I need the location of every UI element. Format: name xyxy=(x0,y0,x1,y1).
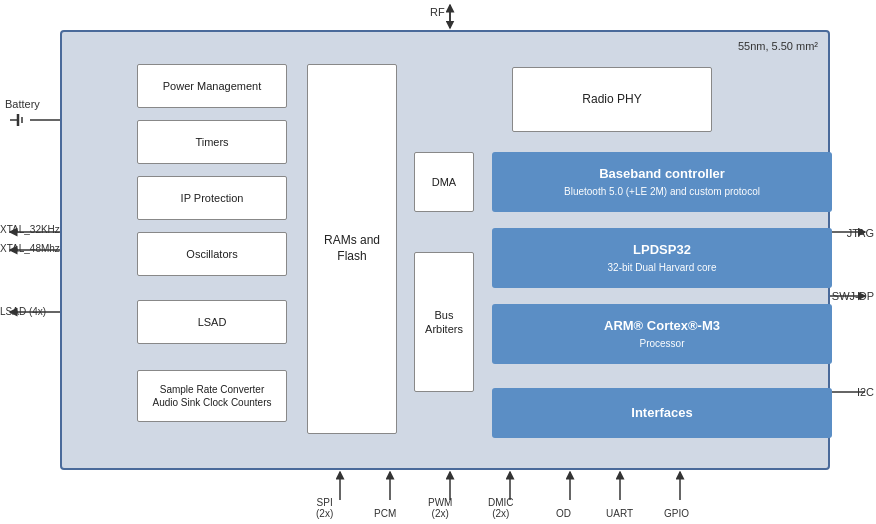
spi-label: SPI (2x) xyxy=(316,497,333,519)
radio-phy-box: Radio PHY xyxy=(512,67,712,132)
uart-label: UART xyxy=(606,508,633,519)
rams-flash-box: RAMs and Flash xyxy=(307,64,397,434)
lsad-label: LSAD (4x) xyxy=(0,306,46,317)
oscillators-box: Oscillators xyxy=(137,232,287,276)
lsad-box: LSAD xyxy=(137,300,287,344)
dma-box: DMA xyxy=(414,152,474,212)
baseband-box: Baseband controller Bluetooth 5.0 (+LE 2… xyxy=(492,152,832,212)
sample-rate-box: Sample Rate Converter Audio Sink Clock C… xyxy=(137,370,287,422)
gpio-label: GPIO xyxy=(664,508,689,519)
bus-arbiters-box: Bus Arbiters xyxy=(414,252,474,392)
arm-cortex-box: ARM® Cortex®-M3 Processor xyxy=(492,304,832,364)
pcm-label: PCM xyxy=(374,508,396,519)
xtal48-label: XTAL_48Mhz xyxy=(0,243,60,254)
spec-label: 55nm, 5.50 mm² xyxy=(738,40,818,52)
chip-diagram: 55nm, 5.50 mm² Power Management Timers I… xyxy=(60,30,830,470)
xtal32-label: XTAL_32KHz xyxy=(0,224,60,235)
jtag-label: JTAG xyxy=(847,227,874,239)
battery-label: Battery xyxy=(5,98,40,110)
pwm-label: PWM (2x) xyxy=(428,497,452,519)
i2c-label: I2C xyxy=(857,386,874,398)
power-mgmt-box: Power Management xyxy=(137,64,287,108)
lpdsp32-box: LPDSP32 32-bit Dual Harvard core xyxy=(492,228,832,288)
interfaces-box: Interfaces xyxy=(492,388,832,438)
swjdp-label: SWJ-DP xyxy=(832,290,874,302)
od-label: OD xyxy=(556,508,571,519)
ip-protection-box: IP Protection xyxy=(137,176,287,220)
dmic-label: DMIC (2x) xyxy=(488,497,514,519)
timers-box: Timers xyxy=(137,120,287,164)
rf-label: RF xyxy=(430,6,445,18)
